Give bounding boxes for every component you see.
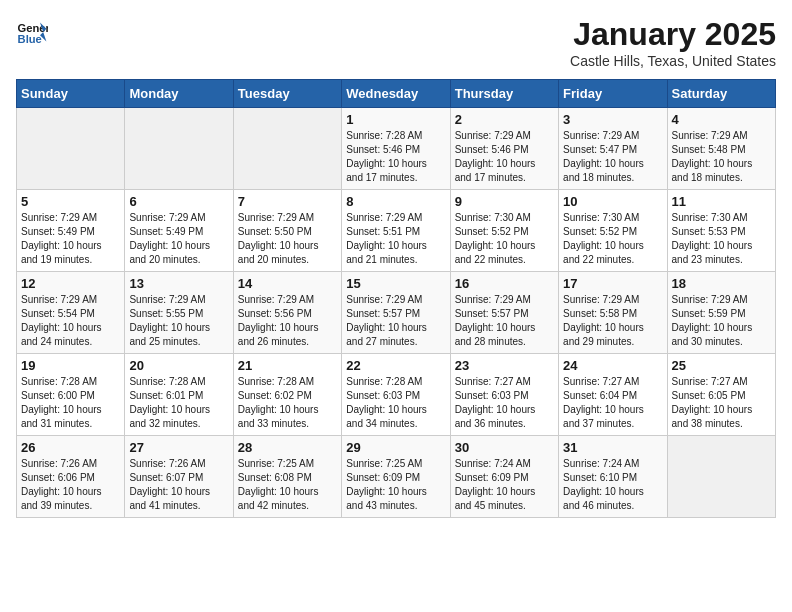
- day-cell-27: 27Sunrise: 7:26 AM Sunset: 6:07 PM Dayli…: [125, 436, 233, 518]
- weekday-header-friday: Friday: [559, 80, 667, 108]
- day-number: 23: [455, 358, 554, 373]
- day-number: 3: [563, 112, 662, 127]
- day-number: 15: [346, 276, 445, 291]
- day-number: 18: [672, 276, 771, 291]
- day-info: Sunrise: 7:29 AM Sunset: 5:46 PM Dayligh…: [455, 129, 554, 185]
- day-info: Sunrise: 7:29 AM Sunset: 5:50 PM Dayligh…: [238, 211, 337, 267]
- day-cell-6: 6Sunrise: 7:29 AM Sunset: 5:49 PM Daylig…: [125, 190, 233, 272]
- day-info: Sunrise: 7:28 AM Sunset: 6:03 PM Dayligh…: [346, 375, 445, 431]
- day-info: Sunrise: 7:26 AM Sunset: 6:07 PM Dayligh…: [129, 457, 228, 513]
- day-number: 29: [346, 440, 445, 455]
- day-number: 2: [455, 112, 554, 127]
- day-number: 8: [346, 194, 445, 209]
- day-number: 10: [563, 194, 662, 209]
- empty-cell: [125, 108, 233, 190]
- day-cell-7: 7Sunrise: 7:29 AM Sunset: 5:50 PM Daylig…: [233, 190, 341, 272]
- day-info: Sunrise: 7:24 AM Sunset: 6:10 PM Dayligh…: [563, 457, 662, 513]
- week-row-3: 12Sunrise: 7:29 AM Sunset: 5:54 PM Dayli…: [17, 272, 776, 354]
- day-number: 11: [672, 194, 771, 209]
- day-info: Sunrise: 7:30 AM Sunset: 5:52 PM Dayligh…: [455, 211, 554, 267]
- calendar-title: January 2025: [570, 16, 776, 53]
- empty-cell: [233, 108, 341, 190]
- day-cell-28: 28Sunrise: 7:25 AM Sunset: 6:08 PM Dayli…: [233, 436, 341, 518]
- weekday-header-row: SundayMondayTuesdayWednesdayThursdayFrid…: [17, 80, 776, 108]
- day-info: Sunrise: 7:29 AM Sunset: 5:59 PM Dayligh…: [672, 293, 771, 349]
- day-info: Sunrise: 7:29 AM Sunset: 5:49 PM Dayligh…: [129, 211, 228, 267]
- week-row-4: 19Sunrise: 7:28 AM Sunset: 6:00 PM Dayli…: [17, 354, 776, 436]
- day-number: 20: [129, 358, 228, 373]
- day-cell-12: 12Sunrise: 7:29 AM Sunset: 5:54 PM Dayli…: [17, 272, 125, 354]
- day-info: Sunrise: 7:28 AM Sunset: 6:00 PM Dayligh…: [21, 375, 120, 431]
- day-cell-23: 23Sunrise: 7:27 AM Sunset: 6:03 PM Dayli…: [450, 354, 558, 436]
- day-number: 30: [455, 440, 554, 455]
- day-number: 6: [129, 194, 228, 209]
- day-info: Sunrise: 7:27 AM Sunset: 6:04 PM Dayligh…: [563, 375, 662, 431]
- day-number: 14: [238, 276, 337, 291]
- day-number: 9: [455, 194, 554, 209]
- day-cell-4: 4Sunrise: 7:29 AM Sunset: 5:48 PM Daylig…: [667, 108, 775, 190]
- day-info: Sunrise: 7:27 AM Sunset: 6:03 PM Dayligh…: [455, 375, 554, 431]
- day-cell-24: 24Sunrise: 7:27 AM Sunset: 6:04 PM Dayli…: [559, 354, 667, 436]
- day-cell-8: 8Sunrise: 7:29 AM Sunset: 5:51 PM Daylig…: [342, 190, 450, 272]
- day-number: 16: [455, 276, 554, 291]
- day-cell-22: 22Sunrise: 7:28 AM Sunset: 6:03 PM Dayli…: [342, 354, 450, 436]
- day-cell-2: 2Sunrise: 7:29 AM Sunset: 5:46 PM Daylig…: [450, 108, 558, 190]
- day-cell-10: 10Sunrise: 7:30 AM Sunset: 5:52 PM Dayli…: [559, 190, 667, 272]
- day-cell-3: 3Sunrise: 7:29 AM Sunset: 5:47 PM Daylig…: [559, 108, 667, 190]
- day-info: Sunrise: 7:24 AM Sunset: 6:09 PM Dayligh…: [455, 457, 554, 513]
- day-number: 13: [129, 276, 228, 291]
- day-number: 21: [238, 358, 337, 373]
- day-info: Sunrise: 7:27 AM Sunset: 6:05 PM Dayligh…: [672, 375, 771, 431]
- day-info: Sunrise: 7:30 AM Sunset: 5:52 PM Dayligh…: [563, 211, 662, 267]
- day-info: Sunrise: 7:29 AM Sunset: 5:48 PM Dayligh…: [672, 129, 771, 185]
- day-info: Sunrise: 7:30 AM Sunset: 5:53 PM Dayligh…: [672, 211, 771, 267]
- day-info: Sunrise: 7:25 AM Sunset: 6:09 PM Dayligh…: [346, 457, 445, 513]
- day-number: 1: [346, 112, 445, 127]
- weekday-header-thursday: Thursday: [450, 80, 558, 108]
- day-number: 25: [672, 358, 771, 373]
- day-info: Sunrise: 7:29 AM Sunset: 5:47 PM Dayligh…: [563, 129, 662, 185]
- day-info: Sunrise: 7:26 AM Sunset: 6:06 PM Dayligh…: [21, 457, 120, 513]
- week-row-5: 26Sunrise: 7:26 AM Sunset: 6:06 PM Dayli…: [17, 436, 776, 518]
- day-cell-9: 9Sunrise: 7:30 AM Sunset: 5:52 PM Daylig…: [450, 190, 558, 272]
- day-info: Sunrise: 7:29 AM Sunset: 5:55 PM Dayligh…: [129, 293, 228, 349]
- day-cell-5: 5Sunrise: 7:29 AM Sunset: 5:49 PM Daylig…: [17, 190, 125, 272]
- day-cell-16: 16Sunrise: 7:29 AM Sunset: 5:57 PM Dayli…: [450, 272, 558, 354]
- day-number: 28: [238, 440, 337, 455]
- weekday-header-wednesday: Wednesday: [342, 80, 450, 108]
- day-cell-18: 18Sunrise: 7:29 AM Sunset: 5:59 PM Dayli…: [667, 272, 775, 354]
- day-number: 24: [563, 358, 662, 373]
- day-number: 7: [238, 194, 337, 209]
- day-number: 17: [563, 276, 662, 291]
- day-cell-29: 29Sunrise: 7:25 AM Sunset: 6:09 PM Dayli…: [342, 436, 450, 518]
- day-info: Sunrise: 7:29 AM Sunset: 5:58 PM Dayligh…: [563, 293, 662, 349]
- week-row-2: 5Sunrise: 7:29 AM Sunset: 5:49 PM Daylig…: [17, 190, 776, 272]
- day-number: 19: [21, 358, 120, 373]
- day-info: Sunrise: 7:29 AM Sunset: 5:57 PM Dayligh…: [455, 293, 554, 349]
- empty-cell: [667, 436, 775, 518]
- day-cell-20: 20Sunrise: 7:28 AM Sunset: 6:01 PM Dayli…: [125, 354, 233, 436]
- logo: General Blue: [16, 16, 48, 48]
- weekday-header-tuesday: Tuesday: [233, 80, 341, 108]
- day-info: Sunrise: 7:28 AM Sunset: 6:02 PM Dayligh…: [238, 375, 337, 431]
- logo-icon: General Blue: [16, 16, 48, 48]
- day-cell-25: 25Sunrise: 7:27 AM Sunset: 6:05 PM Dayli…: [667, 354, 775, 436]
- day-cell-11: 11Sunrise: 7:30 AM Sunset: 5:53 PM Dayli…: [667, 190, 775, 272]
- day-cell-21: 21Sunrise: 7:28 AM Sunset: 6:02 PM Dayli…: [233, 354, 341, 436]
- weekday-header-saturday: Saturday: [667, 80, 775, 108]
- day-number: 12: [21, 276, 120, 291]
- day-cell-30: 30Sunrise: 7:24 AM Sunset: 6:09 PM Dayli…: [450, 436, 558, 518]
- day-cell-15: 15Sunrise: 7:29 AM Sunset: 5:57 PM Dayli…: [342, 272, 450, 354]
- day-cell-1: 1Sunrise: 7:28 AM Sunset: 5:46 PM Daylig…: [342, 108, 450, 190]
- page-header: General Blue January 2025 Castle Hills, …: [16, 16, 776, 69]
- calendar-table: SundayMondayTuesdayWednesdayThursdayFrid…: [16, 79, 776, 518]
- title-block: January 2025 Castle Hills, Texas, United…: [570, 16, 776, 69]
- week-row-1: 1Sunrise: 7:28 AM Sunset: 5:46 PM Daylig…: [17, 108, 776, 190]
- calendar-subtitle: Castle Hills, Texas, United States: [570, 53, 776, 69]
- day-cell-26: 26Sunrise: 7:26 AM Sunset: 6:06 PM Dayli…: [17, 436, 125, 518]
- day-info: Sunrise: 7:29 AM Sunset: 5:49 PM Dayligh…: [21, 211, 120, 267]
- day-info: Sunrise: 7:29 AM Sunset: 5:56 PM Dayligh…: [238, 293, 337, 349]
- weekday-header-sunday: Sunday: [17, 80, 125, 108]
- day-info: Sunrise: 7:28 AM Sunset: 5:46 PM Dayligh…: [346, 129, 445, 185]
- svg-text:Blue: Blue: [18, 33, 42, 45]
